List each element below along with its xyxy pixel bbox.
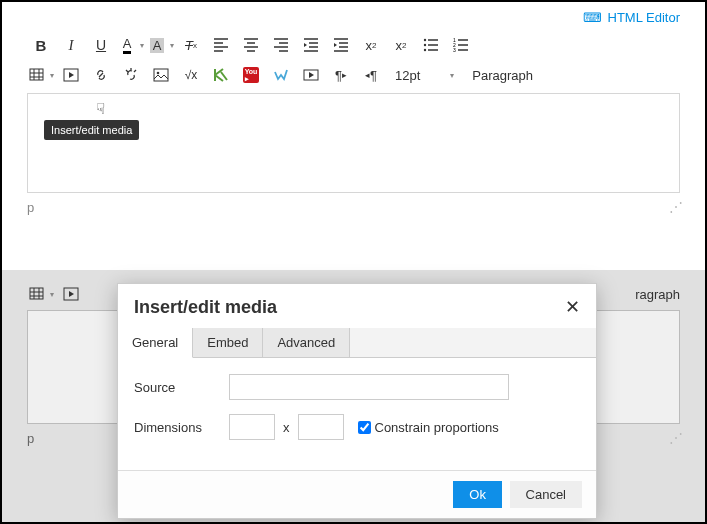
unlink-button[interactable] [117, 61, 145, 89]
svg-point-0 [424, 39, 426, 41]
tab-embed[interactable]: Embed [193, 328, 263, 357]
bold-button[interactable]: B [27, 31, 55, 59]
vimeo-button[interactable] [267, 61, 295, 89]
editor-canvas[interactable] [27, 93, 680, 193]
text-color-button[interactable]: A▾ [117, 31, 145, 59]
block-format-select[interactable]: Paragraph [464, 61, 541, 89]
font-size-select[interactable]: 12pt▾ [387, 61, 462, 89]
rtl-button[interactable]: ◂¶ [357, 61, 385, 89]
image-button[interactable] [147, 61, 175, 89]
height-input[interactable] [298, 414, 344, 440]
media-button-2 [57, 280, 85, 308]
source-label: Source [134, 380, 229, 395]
align-center-button[interactable] [237, 31, 265, 59]
ltr-button[interactable]: ¶▸ [327, 61, 355, 89]
subscript-button[interactable]: x2 [387, 31, 415, 59]
modal-close-button[interactable]: ✕ [565, 296, 580, 318]
resize-handle[interactable]: ⋰ [669, 199, 680, 215]
modal-title: Insert/edit media [134, 297, 277, 318]
outdent-button[interactable] [297, 31, 325, 59]
align-left-button[interactable] [207, 31, 235, 59]
svg-point-1 [424, 44, 426, 46]
kaltura-button[interactable] [207, 61, 235, 89]
svg-rect-11 [30, 288, 43, 299]
video-button[interactable] [297, 61, 325, 89]
constrain-checkbox[interactable] [358, 421, 371, 434]
dimensions-label: Dimensions [134, 420, 229, 435]
table-button-2: ▾ [27, 280, 55, 308]
constrain-label: Constrain proportions [375, 420, 499, 435]
block-format-value-2: ragraph [635, 287, 680, 302]
toolbar: B I U A▾ A▾ Tx x2 x2 123 ▾ √x You▸ ¶▸ ◂¶… [2, 29, 705, 93]
svg-text:3: 3 [453, 47, 456, 53]
equation-button[interactable]: √x [177, 61, 205, 89]
font-size-value: 12pt [395, 68, 420, 83]
tab-general[interactable]: General [118, 328, 193, 358]
italic-button[interactable]: I [57, 31, 85, 59]
bg-color-button[interactable]: A▾ [147, 31, 175, 59]
superscript-button[interactable]: x2 [357, 31, 385, 59]
html-editor-link[interactable]: ⌨ HTML Editor [583, 10, 680, 25]
svg-rect-8 [154, 69, 168, 81]
tab-advanced[interactable]: Advanced [263, 328, 350, 357]
indent-button[interactable] [327, 31, 355, 59]
underline-button[interactable]: U [87, 31, 115, 59]
number-list-button[interactable]: 123 [447, 31, 475, 59]
resize-handle-2: ⋰ [669, 430, 680, 446]
keyboard-icon: ⌨ [583, 10, 602, 25]
clear-format-button[interactable]: Tx [177, 31, 205, 59]
insert-media-modal: Insert/edit media ✕ General Embed Advanc… [117, 283, 597, 519]
status-path[interactable]: p [27, 200, 34, 215]
bullet-list-button[interactable] [417, 31, 445, 59]
media-button[interactable] [57, 61, 85, 89]
svg-point-9 [157, 72, 160, 75]
source-input[interactable] [229, 374, 509, 400]
link-button[interactable] [87, 61, 115, 89]
svg-rect-6 [30, 69, 43, 80]
youtube-button[interactable]: You▸ [237, 61, 265, 89]
html-editor-label: HTML Editor [608, 10, 680, 25]
status-path-2: p [27, 431, 34, 446]
dim-separator: x [283, 420, 290, 435]
svg-point-2 [424, 49, 426, 51]
table-button[interactable]: ▾ [27, 61, 55, 89]
block-format-value: Paragraph [472, 68, 533, 83]
ok-button[interactable]: Ok [453, 481, 502, 508]
align-right-button[interactable] [267, 31, 295, 59]
cancel-button[interactable]: Cancel [510, 481, 582, 508]
width-input[interactable] [229, 414, 275, 440]
